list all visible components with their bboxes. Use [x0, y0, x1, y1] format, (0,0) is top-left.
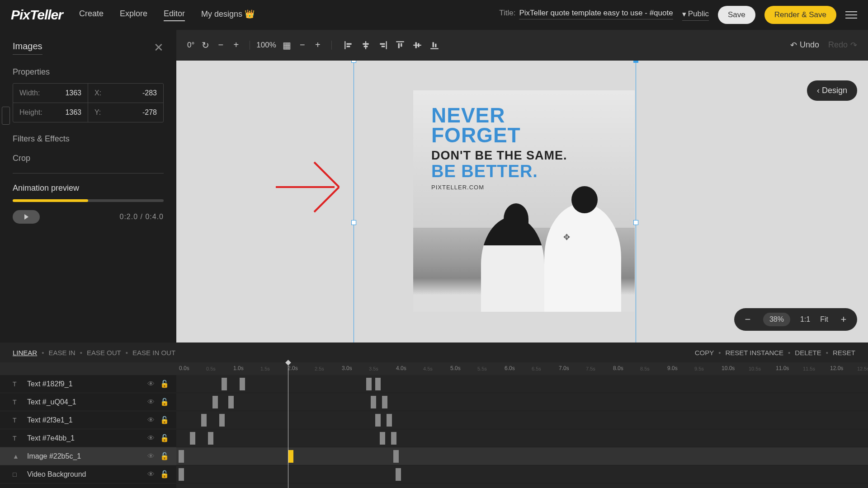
visibility-icon[interactable]: 👁 — [147, 470, 155, 479]
layer-row[interactable]: □ Video Background 👁 🔓 — [0, 465, 176, 483]
lock-icon[interactable]: 🔓 — [160, 452, 169, 460]
checker-icon[interactable]: ▦ — [283, 41, 292, 50]
resize-handle-tr[interactable] — [633, 61, 638, 63]
undo-button[interactable]: ↶Undo — [790, 40, 819, 50]
keyframe[interactable] — [396, 468, 401, 481]
design-mode-button[interactable]: ‹ Design — [807, 80, 857, 101]
rotation-increase[interactable]: + — [231, 41, 241, 50]
canvas-area[interactable]: NEVER FORGET DON'T BE THE SAME. BE BETTE… — [176, 61, 868, 343]
keyframe[interactable] — [393, 450, 399, 463]
resize-handle-ml[interactable] — [351, 220, 356, 225]
save-button[interactable]: Save — [718, 6, 755, 24]
crop-link[interactable]: Crop — [13, 154, 164, 163]
lock-icon[interactable]: 🔓 — [160, 380, 169, 388]
keyframe[interactable] — [391, 432, 396, 445]
track-row[interactable] — [176, 429, 868, 447]
layer-row[interactable]: T Text #7e4bb_1 👁 🔓 — [0, 429, 176, 447]
keyframe[interactable] — [228, 396, 234, 408]
nav-mydesigns[interactable]: My designs 👑 — [201, 9, 255, 21]
lock-aspect-icon[interactable] — [2, 107, 10, 125]
layer-row[interactable]: T Text #182f9_1 👁 🔓 — [0, 375, 176, 393]
resize-handle-tl[interactable] — [351, 61, 356, 63]
keyframe[interactable] — [179, 468, 184, 481]
width-field[interactable]: Width:1363 — [13, 84, 88, 103]
keyframe[interactable] — [219, 414, 225, 427]
align-center-h-icon[interactable] — [361, 40, 371, 50]
align-top-icon[interactable] — [395, 40, 405, 50]
tl-reset-instance[interactable]: RESET INSTANCE — [725, 349, 783, 357]
keyframe[interactable] — [240, 378, 245, 390]
playhead[interactable] — [288, 362, 288, 488]
visibility-icon[interactable]: 👁 — [147, 380, 155, 388]
keyframe[interactable] — [201, 414, 207, 427]
tl-copy[interactable]: COPY — [695, 349, 714, 357]
keyframe[interactable] — [375, 414, 381, 427]
timeline-ruler[interactable]: 0.0s0.5s1.0s1.5s2.0s2.5s3.0s3.5s4.0s4.5s… — [176, 362, 868, 375]
keyframe[interactable] — [366, 378, 372, 390]
zoom-fit-button[interactable]: Fit — [820, 315, 828, 324]
align-bottom-icon[interactable] — [429, 40, 439, 50]
keyframe[interactable] — [208, 432, 213, 445]
keyframe[interactable] — [288, 450, 293, 463]
track-row[interactable] — [176, 447, 868, 465]
resize-handle-mr[interactable] — [633, 220, 638, 225]
keyframe[interactable] — [387, 414, 392, 427]
zoom-in-button[interactable]: + — [838, 314, 849, 325]
track-row[interactable] — [176, 411, 868, 429]
track-row[interactable] — [176, 393, 868, 411]
tl-delete[interactable]: DELETE — [795, 349, 821, 357]
keyframe[interactable] — [371, 396, 376, 408]
layer-row[interactable]: T Text #2f3e1_1 👁 🔓 — [0, 411, 176, 429]
visibility-icon[interactable]: 👁 — [147, 452, 155, 460]
opacity-increase[interactable]: + — [313, 41, 322, 50]
keyframe[interactable] — [380, 432, 385, 445]
zoom-percentage[interactable]: 38% — [763, 313, 790, 326]
height-field[interactable]: Height:1363 — [13, 103, 88, 122]
y-field[interactable]: Y:-278 — [88, 103, 163, 122]
lock-icon[interactable]: 🔓 — [160, 416, 169, 424]
keyframe[interactable] — [212, 396, 218, 408]
lock-icon[interactable]: 🔓 — [160, 434, 169, 442]
nav-editor[interactable]: Editor — [164, 9, 185, 21]
tl-reset[interactable]: RESET — [833, 349, 855, 357]
align-left-icon[interactable] — [344, 40, 354, 50]
align-right-icon[interactable] — [378, 40, 388, 50]
rotation-decrease[interactable]: − — [216, 41, 225, 50]
visibility-dropdown[interactable]: ▾Public — [682, 9, 709, 21]
selection-box[interactable] — [354, 61, 636, 343]
logo[interactable]: PixTeller — [11, 7, 63, 23]
lock-icon[interactable]: 🔓 — [160, 398, 169, 406]
nav-explore[interactable]: Explore — [120, 9, 147, 21]
zoom-actual-button[interactable]: 1:1 — [800, 315, 810, 324]
easing-linear[interactable]: LINEAR — [13, 349, 37, 357]
x-field[interactable]: X:-283 — [88, 84, 163, 103]
layer-row[interactable]: T Text #_uQ04_1 👁 🔓 — [0, 393, 176, 411]
filters-effects-link[interactable]: Filters & Effects — [13, 134, 164, 144]
easing-easeinout[interactable]: EASE IN OUT — [132, 349, 175, 357]
hamburger-menu-icon[interactable] — [845, 11, 857, 19]
title-input[interactable]: PixTeller quote template easy to use - #… — [519, 9, 673, 19]
easing-easeout[interactable]: EASE OUT — [87, 349, 121, 357]
track-row[interactable] — [176, 375, 868, 393]
opacity-decrease[interactable]: − — [298, 41, 307, 50]
keyframe[interactable] — [222, 378, 227, 390]
track-row[interactable] — [176, 465, 868, 483]
animation-progress-bar[interactable] — [13, 199, 164, 202]
play-button[interactable] — [13, 210, 40, 224]
visibility-icon[interactable]: 👁 — [147, 398, 155, 406]
keyframe[interactable] — [190, 432, 195, 445]
close-icon[interactable]: ✕ — [154, 41, 164, 55]
rotate-icon[interactable]: ↻ — [201, 41, 210, 50]
visibility-icon[interactable]: 👁 — [147, 416, 155, 424]
render-save-button[interactable]: Render & Save — [764, 6, 836, 24]
keyframe[interactable] — [382, 396, 387, 408]
layer-row[interactable]: ▲ Image #22b5c_1 👁 🔓 — [0, 447, 176, 465]
easing-easein[interactable]: EASE IN — [48, 349, 75, 357]
keyframe[interactable] — [375, 378, 381, 390]
zoom-out-button[interactable]: − — [742, 314, 753, 325]
keyframe[interactable] — [179, 450, 184, 463]
visibility-icon[interactable]: 👁 — [147, 434, 155, 442]
nav-create[interactable]: Create — [79, 9, 104, 21]
lock-icon[interactable]: 🔓 — [160, 470, 169, 479]
align-center-v-icon[interactable] — [412, 40, 422, 50]
